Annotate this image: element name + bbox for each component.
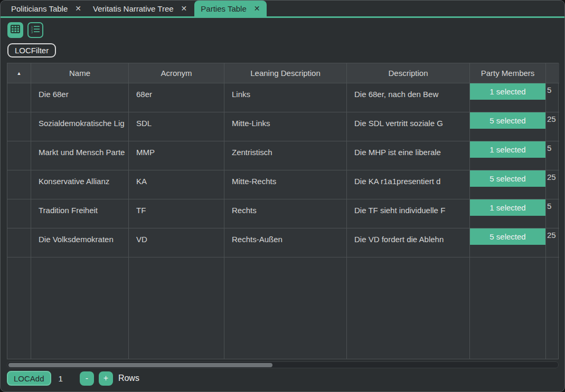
cell-leaning[interactable]: Rechts [224,199,347,228]
cell-description[interactable]: Die VD fordert die Ablehn [347,228,470,257]
decrement-rows-button[interactable]: - [80,371,94,386]
tab-parties-table[interactable]: Parties Table ✕ [194,1,266,16]
list-view-button[interactable]: 1 2 3 [27,22,43,38]
column-header-party-members[interactable]: Party Members [470,63,546,83]
table-row: Die Volksdemokraten VD Rechts-Außen Die … [7,228,558,257]
cell-acronym[interactable]: MMP [129,141,224,170]
party-members-selected-button[interactable]: 5 selected [470,228,545,245]
row-handle[interactable] [7,112,31,141]
cell-description[interactable]: Die KA r1a1presentiert d [347,170,470,199]
column-header-description[interactable]: Description [347,63,470,83]
cell-party-members: 5 selected [470,228,546,257]
column-header-acronym[interactable]: Acronym [129,63,224,83]
row-handle[interactable] [7,141,31,170]
loc-add-button[interactable]: LOCAdd [7,371,51,386]
cell-name[interactable]: Die 68er [31,83,129,112]
table-view-button[interactable] [7,22,23,38]
rows-count-value: 1 [59,374,63,383]
tab-bar-accent-line [1,16,564,18]
row-handle[interactable] [7,170,31,199]
sort-handle-header[interactable]: ▲ [7,63,31,83]
cell-name[interactable]: Die Volksdemokraten [31,228,129,257]
column-header-leaning[interactable]: Leaning Description [224,63,347,83]
cell-description[interactable]: Die SDL vertritt soziale G [347,112,470,141]
cell-name[interactable]: Markt und Mensch Parte [31,141,129,170]
table-row: Die 68er 68er Links Die 68er, nach den B… [7,83,558,112]
table-body: Die 68er 68er Links Die 68er, nach den B… [7,83,558,257]
cell-acronym[interactable]: KA [129,170,224,199]
footer-bar: LOCAdd 1 - + Rows [7,371,139,386]
cell-name[interactable]: Konservative Allianz [31,170,129,199]
cell-party-members: 1 selected [470,199,546,228]
party-members-selected-button[interactable]: 1 selected [470,83,545,100]
party-members-selected-button[interactable]: 5 selected [470,170,545,187]
table-header-row: ▲ Name Acronym Leaning Description Descr… [7,63,558,83]
rows-label: Rows [118,374,139,383]
increment-rows-button[interactable]: + [99,371,113,386]
cell-member-count: 25 [546,228,559,257]
tab-label: Parties Table [201,4,246,13]
numbered-list-icon: 1 2 3 [31,25,40,35]
row-handle[interactable] [7,199,31,228]
cell-member-count: 25 [546,112,559,141]
cell-description[interactable]: Die 68er, nach den Bew [347,83,470,112]
loc-filter-button[interactable]: LOCFilter [7,43,56,58]
party-members-selected-button[interactable]: 5 selected [470,112,545,129]
cell-member-count: 25 [546,170,559,199]
row-handle[interactable] [7,228,31,257]
column-header-count [546,63,559,83]
view-toggle-group: 1 2 3 [7,22,43,38]
sort-asc-icon: ▲ [17,71,22,76]
table-row: Konservative Allianz KA Mitte-Rechts Die… [7,170,558,199]
party-members-selected-button[interactable]: 1 selected [470,141,545,158]
cell-leaning[interactable]: Mitte-Rechts [224,170,347,199]
cell-party-members: 1 selected [470,141,546,170]
tab-bar: Politicians Table ✕ Veritatis Narrative … [1,1,564,18]
cell-leaning[interactable]: Rechts-Außen [224,228,347,257]
scrollbar-thumb[interactable] [8,363,272,367]
cell-acronym[interactable]: 68er [129,83,224,112]
cell-name[interactable]: Tradition Freiheit [31,199,129,228]
cell-member-count: 5 [546,141,559,170]
cell-party-members: 5 selected [470,170,546,199]
table-grid-icon [11,25,20,35]
cell-leaning[interactable]: Links [224,83,347,112]
cell-leaning[interactable]: Zentristisch [224,141,347,170]
table-row: Markt und Mensch Parte MMP Zentristisch … [7,141,558,170]
row-handle[interactable] [7,83,31,112]
cell-party-members: 5 selected [470,112,546,141]
cell-member-count: 5 [546,83,559,112]
cell-name[interactable]: Sozialdemokratische Lig [31,112,129,141]
cell-party-members: 1 selected [470,83,546,112]
cell-description[interactable]: Die TF sieht individuelle F [347,199,470,228]
table-empty-filler [7,257,558,359]
table-row: Sozialdemokratische Lig SDL Mitte-Links … [7,112,558,141]
tab-label: Veritatis Narrative Tree [93,4,174,13]
cell-leaning[interactable]: Mitte-Links [224,112,347,141]
app-window: Politicians Table ✕ Veritatis Narrative … [0,0,565,392]
svg-text:3: 3 [31,31,33,34]
tab-politicians-table[interactable]: Politicians Table ✕ [7,1,89,16]
cell-acronym[interactable]: VD [129,228,224,257]
table-row: Tradition Freiheit TF Rechts Die TF sieh… [7,199,558,228]
cell-description[interactable]: Die MHP ist eine liberale [347,141,470,170]
tab-veritatis-narrative-tree[interactable]: Veritatis Narrative Tree ✕ [89,1,194,16]
cell-acronym[interactable]: TF [129,199,224,228]
cell-member-count: 5 [546,199,559,228]
horizontal-scrollbar[interactable] [7,361,559,368]
close-icon[interactable]: ✕ [75,4,81,13]
cell-acronym[interactable]: SDL [129,112,224,141]
tab-label: Politicians Table [11,4,68,13]
column-header-name[interactable]: Name [31,63,129,83]
close-icon[interactable]: ✕ [254,4,260,13]
party-members-selected-button[interactable]: 1 selected [470,199,545,216]
close-icon[interactable]: ✕ [181,4,187,13]
parties-table: ▲ Name Acronym Leaning Description Descr… [7,63,559,359]
